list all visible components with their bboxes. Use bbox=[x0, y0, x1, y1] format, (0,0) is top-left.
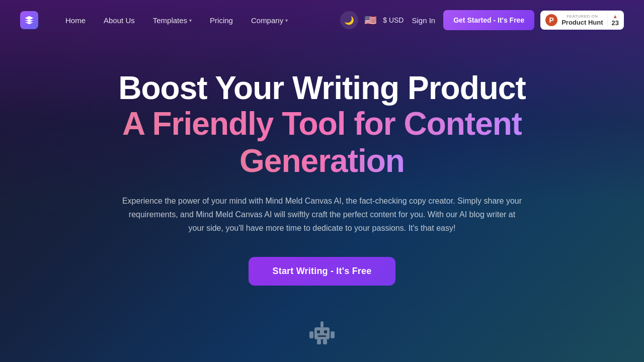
logo-icon bbox=[20, 11, 38, 29]
nav-about[interactable]: About Us bbox=[97, 12, 142, 29]
currency-selector[interactable]: $ USD bbox=[383, 16, 404, 24]
robot-area bbox=[0, 321, 644, 346]
start-writing-button[interactable]: Start Writing - It's Free bbox=[249, 257, 396, 286]
svg-rect-2 bbox=[324, 330, 327, 333]
product-hunt-featured: FEATURED ON bbox=[561, 14, 603, 19]
product-hunt-name: Product Hunt bbox=[561, 19, 603, 26]
templates-chevron-icon: ▾ bbox=[189, 18, 192, 23]
navbar: Home About Us Templates ▾ Pricing Compan… bbox=[0, 0, 644, 40]
hero-title-line3: Generation bbox=[239, 143, 405, 179]
company-chevron-icon: ▾ bbox=[285, 18, 288, 23]
svg-rect-9 bbox=[323, 339, 327, 344]
product-hunt-badge[interactable]: P FEATURED ON Product Hunt ▲ 23 bbox=[540, 11, 624, 30]
robot-svg bbox=[307, 318, 337, 348]
nav-right: 🌙 🇺🇸 $ USD Sign In Get Started - It's Fr… bbox=[340, 10, 624, 30]
svg-rect-3 bbox=[318, 335, 326, 337]
hero-section: Boost Your Writing Product A Friendly To… bbox=[0, 40, 644, 306]
hero-title-gradient-block: A Friendly Tool for Content Generation bbox=[10, 106, 634, 179]
dark-mode-toggle[interactable]: 🌙 bbox=[340, 11, 358, 29]
logo bbox=[20, 11, 38, 29]
nav-links: Home About Us Templates ▾ Pricing Compan… bbox=[58, 12, 340, 29]
upvote-icon: ▲ bbox=[613, 14, 618, 19]
hero-title-line1: Boost Your Writing Product bbox=[10, 70, 634, 106]
robot-image bbox=[302, 321, 342, 346]
product-hunt-count: ▲ 23 bbox=[607, 14, 619, 27]
product-hunt-icon: P bbox=[545, 14, 557, 26]
svg-rect-1 bbox=[317, 330, 320, 333]
hero-cta: Start Writing - It's Free bbox=[10, 257, 634, 286]
get-started-button[interactable]: Get Started - It's Free bbox=[443, 10, 534, 30]
flag-icon: 🇺🇸 bbox=[364, 14, 377, 26]
nav-templates[interactable]: Templates ▾ bbox=[146, 12, 199, 29]
page-wrapper: Home About Us Templates ▾ Pricing Compan… bbox=[0, 0, 644, 362]
hero-description: Experience the power of your mind with M… bbox=[121, 194, 523, 235]
svg-point-5 bbox=[320, 321, 324, 324]
nav-company[interactable]: Company ▾ bbox=[244, 12, 295, 29]
svg-rect-6 bbox=[309, 331, 313, 338]
moon-icon: 🌙 bbox=[344, 16, 354, 25]
svg-rect-7 bbox=[331, 331, 335, 338]
nav-pricing[interactable]: Pricing bbox=[203, 12, 240, 29]
svg-rect-0 bbox=[314, 327, 330, 339]
product-hunt-number: 23 bbox=[612, 19, 619, 27]
sign-in-button[interactable]: Sign In bbox=[410, 12, 437, 29]
nav-home[interactable]: Home bbox=[58, 12, 93, 29]
svg-rect-8 bbox=[317, 339, 321, 344]
language-selector[interactable]: 🇺🇸 bbox=[364, 14, 377, 26]
hero-title-line2: A Friendly Tool for Content bbox=[122, 106, 522, 142]
logo-svg bbox=[24, 15, 34, 25]
product-hunt-text: FEATURED ON Product Hunt bbox=[561, 14, 603, 26]
